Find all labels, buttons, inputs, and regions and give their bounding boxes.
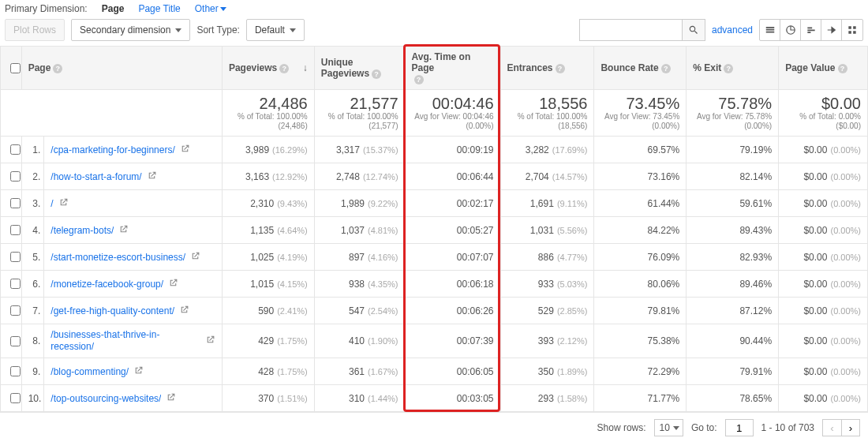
col-page[interactable]: Page? [21,47,222,90]
row-checkbox-cell[interactable] [1,324,22,358]
row-checkbox[interactable] [10,171,21,182]
search-input[interactable] [579,19,682,41]
secondary-dimension-select[interactable]: Secondary dimension [71,19,190,41]
cell-bounce-rate: 76.09% [594,244,687,271]
prev-page-button[interactable]: ‹ [822,419,841,436]
dimension-tab-page-title[interactable]: Page Title [138,3,180,14]
external-link-icon[interactable] [190,251,200,264]
col-page-value[interactable]: Page Value? [779,47,868,90]
view-table-icon[interactable] [760,20,780,40]
row-checkbox[interactable] [10,279,21,289]
help-icon[interactable]: ? [279,64,289,73]
go-to-input[interactable] [725,419,754,436]
search-button[interactable] [682,19,705,41]
page-cell: /start-monetize-escort-business/ [44,244,223,271]
page-link[interactable]: /telegram-bots/ [51,225,114,236]
pagination-range: 1 - 10 of 703 [761,422,814,433]
page-link[interactable]: /start-monetize-escort-business/ [51,252,185,263]
cell-avg-time: 00:06:18 [405,271,500,298]
external-link-icon[interactable] [118,224,129,237]
external-link-icon[interactable] [180,144,190,156]
cell-pct-exit: 89.46% [687,271,779,298]
sort-type-value: Default [255,24,285,36]
col-avg-time[interactable]: Avg. Time on Page? [405,47,500,90]
select-all-header[interactable] [1,47,22,90]
col-pageviews[interactable]: Pageviews?↓ [222,47,314,90]
page-link[interactable]: / [51,198,53,209]
help-icon[interactable]: ? [53,64,62,73]
show-rows-select[interactable]: 10 [654,419,683,436]
row-checkbox[interactable] [10,336,21,346]
page-link[interactable]: /blog-commenting/ [51,366,129,377]
view-pivot-icon[interactable] [842,20,862,40]
row-checkbox-cell[interactable] [1,298,22,324]
row-checkbox[interactable] [10,144,21,155]
cell-bounce-rate: 69.57% [594,137,687,163]
row-checkbox-cell[interactable] [1,217,22,244]
page-link[interactable]: /cpa-marketing-for-beginners/ [51,144,174,155]
row-checkbox-cell[interactable] [1,244,22,271]
plot-rows-button[interactable]: Plot Rows [5,19,65,41]
page-link[interactable]: /businesses-that-thrive-in-recession/ [51,329,200,353]
advanced-link[interactable]: advanced [712,24,753,36]
dimension-tab-other[interactable]: Other [195,3,226,14]
col-pct-exit[interactable]: % Exit? [687,47,779,90]
next-page-button[interactable]: › [841,419,860,436]
row-index: 2. [21,163,44,190]
help-icon[interactable]: ? [556,64,565,73]
cell-pageviews: 590(2.41%) [222,298,314,324]
cell-pageviews: 2,310(9.43%) [222,190,314,217]
select-all-checkbox[interactable] [10,63,21,73]
cell-page-value: $0.00(0.00%) [779,217,868,244]
page-link[interactable]: /monetize-facebook-group/ [51,279,163,290]
page-cell: /get-free-high-quality-content/ [44,298,223,324]
help-icon[interactable]: ? [661,64,671,73]
page-link[interactable]: /get-free-high-quality-content/ [51,305,174,316]
cell-avg-time: 00:09:19 [405,137,500,163]
cell-page-value: $0.00(0.00%) [779,358,868,385]
external-link-icon[interactable] [179,305,189,317]
help-icon[interactable]: ? [724,64,733,73]
pager: ‹ › [822,419,860,436]
page-link[interactable]: /top-outsourcing-websites/ [51,393,161,404]
sort-type-select[interactable]: Default [246,19,305,41]
help-icon[interactable]: ? [838,64,847,73]
view-pie-icon[interactable] [780,20,801,40]
col-entrances[interactable]: Entrances? [500,47,594,90]
col-unique-pageviews[interactable]: Unique Pageviews? [314,47,405,90]
external-link-icon[interactable] [205,335,215,347]
row-checkbox-cell[interactable] [1,190,22,217]
page-link[interactable]: /how-to-start-a-forum/ [51,171,141,182]
page-cell: /monetize-facebook-group/ [44,271,223,298]
help-icon[interactable]: ? [414,75,424,84]
row-checkbox-cell[interactable] [1,137,22,163]
row-checkbox[interactable] [10,305,21,316]
row-checkbox[interactable] [10,393,21,403]
external-link-icon[interactable] [133,365,144,378]
row-checkbox[interactable] [10,225,21,235]
row-checkbox-cell[interactable] [1,163,22,190]
summary-avg-time: 00:04:46Avg for View: 00:04:46(0.00%) [405,90,500,137]
chevron-down-icon [673,426,679,430]
dimension-tab-page[interactable]: Page [102,3,125,14]
external-link-icon[interactable] [58,197,69,210]
table-row: 2./how-to-start-a-forum/3,163(12.92%)2,7… [1,163,868,190]
row-checkbox[interactable] [10,252,21,262]
view-comparison-icon[interactable] [821,20,842,40]
help-icon[interactable]: ? [372,69,381,79]
cell-page-value: $0.00(0.00%) [779,271,868,298]
row-checkbox-cell[interactable] [1,271,22,298]
external-link-icon[interactable] [166,392,176,405]
col-bounce-rate[interactable]: Bounce Rate? [594,47,687,90]
cell-avg-time: 00:07:39 [405,324,500,358]
row-index: 4. [21,217,44,244]
row-checkbox-cell[interactable] [1,358,22,385]
cell-pct-exit: 79.19% [687,137,779,163]
view-performance-icon[interactable] [801,20,821,40]
row-checkbox[interactable] [10,366,21,376]
row-checkbox[interactable] [10,198,21,208]
external-link-icon[interactable] [168,278,178,290]
cell-pageviews: 3,989(16.29%) [222,137,314,163]
row-checkbox-cell[interactable] [1,385,22,412]
external-link-icon[interactable] [147,170,157,183]
